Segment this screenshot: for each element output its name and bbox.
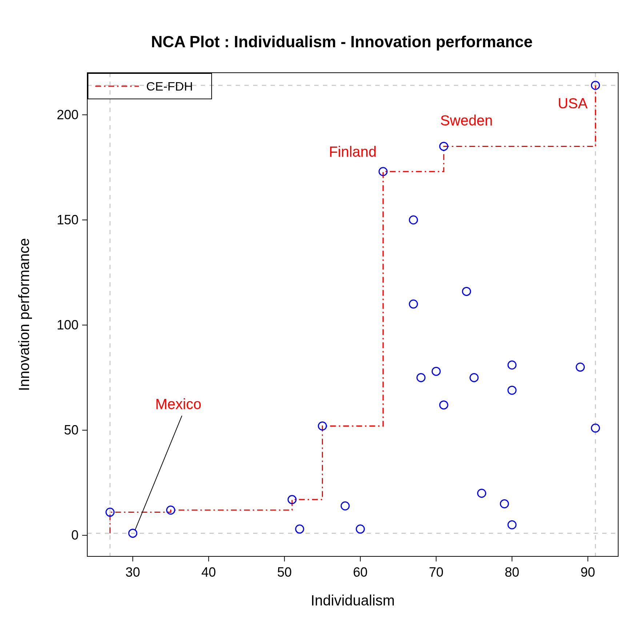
data-point	[508, 361, 516, 369]
svg-text:CE-FDH: CE-FDH	[146, 79, 193, 93]
x-axis-label: Individualism	[311, 592, 395, 608]
data-point	[440, 401, 448, 409]
annotation-label: Finland	[329, 144, 376, 160]
data-point	[296, 525, 304, 533]
data-point	[508, 521, 516, 529]
x-tick-label: 40	[201, 565, 216, 580]
plot-area: MexicoFinlandSwedenUSA	[87, 73, 618, 556]
data-point	[432, 367, 440, 375]
x-tick-label: 30	[125, 565, 140, 580]
x-tick-label: 60	[353, 565, 368, 580]
annotation-label: Sweden	[440, 112, 493, 128]
data-point	[341, 502, 349, 510]
data-point	[417, 373, 425, 381]
annotation-leader	[135, 416, 182, 530]
data-point	[409, 216, 417, 224]
y-tick-label: 150	[57, 212, 79, 227]
x-tick-label: 50	[277, 565, 292, 580]
y-axis: 050100150200	[57, 73, 87, 556]
x-tick-label: 80	[505, 565, 519, 580]
data-point	[356, 525, 364, 533]
y-tick-label: 200	[57, 107, 79, 122]
legend: CE-FDH	[88, 73, 212, 99]
data-point	[478, 489, 486, 497]
y-tick-label: 50	[64, 423, 79, 437]
nca-scatter-chart: NCA Plot : Individualism - Innovation pe…	[0, 0, 644, 644]
data-point	[508, 386, 516, 394]
data-point	[409, 300, 417, 308]
chart-title: NCA Plot : Individualism - Innovation pe…	[151, 33, 533, 51]
annotation-label: USA	[558, 95, 588, 111]
x-axis: 30405060708090	[87, 556, 618, 580]
data-point	[463, 287, 471, 295]
y-axis-label: Innovation performance	[16, 238, 32, 391]
annotation-label: Mexico	[155, 396, 201, 412]
y-tick-label: 0	[71, 528, 79, 543]
x-tick-label: 70	[429, 565, 443, 580]
data-point	[500, 500, 508, 508]
data-point	[576, 363, 584, 371]
data-point	[470, 373, 478, 381]
y-tick-label: 100	[57, 317, 79, 332]
x-tick-label: 90	[581, 565, 595, 580]
